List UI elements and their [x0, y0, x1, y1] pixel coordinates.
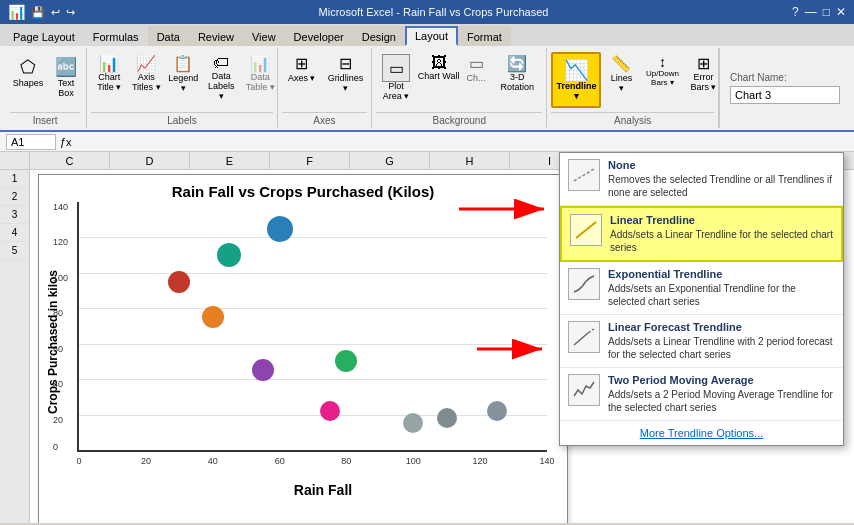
tab-page-layout[interactable]: Page Layout — [4, 26, 84, 46]
ribbon-group-labels: 📊 ChartTitle ▾ 📈 AxisTitles ▾ 📋 Legend ▾… — [87, 48, 277, 128]
linear-title: Linear Trendline — [610, 214, 833, 226]
moving-average-desc: Adds/sets a 2 Period Moving Average Tren… — [608, 388, 835, 414]
y-tick-0: 0 — [53, 442, 58, 452]
maximize-icon[interactable]: □ — [823, 5, 830, 19]
data-point-4 — [252, 359, 274, 381]
tab-format[interactable]: Format — [458, 26, 511, 46]
quick-save-icon[interactable]: 💾 — [31, 6, 45, 19]
trendline-button[interactable]: 📉 Trendline▾ — [551, 52, 601, 108]
linear-forecast-desc: Adds/sets a Linear Trendline with 2 peri… — [608, 335, 835, 361]
quick-undo-icon[interactable]: ↩ — [51, 6, 60, 19]
shapes-button[interactable]: ⬠ Shapes — [10, 54, 46, 90]
lines-button[interactable]: 📏 Lines ▾ — [603, 52, 639, 95]
cell-ref-box[interactable]: A1 — [6, 134, 56, 150]
error-bars-button[interactable]: ⊞ ErrorBars ▾ — [685, 52, 721, 95]
exponential-title: Exponential Trendline — [608, 268, 835, 280]
tab-data[interactable]: Data — [148, 26, 189, 46]
x-tick-80: 80 — [341, 456, 351, 466]
chart-title-button[interactable]: 📊 ChartTitle ▾ — [91, 52, 127, 95]
linear-icon — [570, 214, 602, 246]
moving-average-icon — [568, 374, 600, 406]
chart-name-input[interactable] — [730, 86, 840, 104]
chart-name-label: Chart Name: — [730, 72, 840, 83]
minimize-icon[interactable]: — — [805, 5, 817, 19]
trendline-option-linear[interactable]: Linear Trendline Adds/sets a Linear Tren… — [560, 206, 843, 262]
tab-layout[interactable]: Layout — [405, 26, 458, 46]
up-down-bars-button[interactable]: ↕ Up/DownBars ▾ — [641, 52, 683, 90]
none-title: None — [608, 159, 835, 171]
data-point-7 — [335, 350, 357, 372]
col-header-e: E — [190, 152, 270, 169]
exponential-icon — [568, 268, 600, 300]
exponential-desc: Adds/sets an Exponential Trendline for t… — [608, 282, 835, 308]
col-header-g: G — [350, 152, 430, 169]
trendline-option-exponential[interactable]: Exponential Trendline Adds/sets an Expon… — [560, 262, 843, 315]
more-options-link[interactable]: More Trendline Options... — [640, 427, 764, 439]
arrow-to-dropdown — [472, 334, 552, 366]
y-tick-100: 100 — [53, 273, 68, 283]
data-point-2 — [202, 306, 224, 328]
y-tick-40: 40 — [53, 379, 63, 389]
y-tick-80: 80 — [53, 308, 63, 318]
formula-input[interactable] — [76, 136, 848, 148]
axes-button[interactable]: ⊞ Axes ▾ — [282, 52, 322, 85]
x-tick-120: 120 — [473, 456, 488, 466]
linear-forecast-title: Linear Forecast Trendline — [608, 321, 835, 333]
trendline-option-linear-forecast[interactable]: Linear Forecast Trendline Adds/sets a Li… — [560, 315, 843, 368]
plot-area-button[interactable]: ▭ PlotArea ▾ — [376, 52, 416, 104]
3d-rotation-button[interactable]: 🔄 3-D Rotation — [492, 52, 542, 95]
ribbon-group-background: ▭ PlotArea ▾ 🖼 Chart Wall ▭ Ch... 🔄 3-D … — [372, 48, 547, 128]
svg-line-6 — [574, 333, 588, 345]
col-header-f: F — [270, 152, 350, 169]
svg-line-4 — [574, 169, 594, 181]
y-tick-140: 140 — [53, 202, 68, 212]
tab-view[interactable]: View — [243, 26, 285, 46]
trendline-option-moving-average[interactable]: Two Period Moving Average Adds/sets a 2 … — [560, 368, 843, 421]
row-numbers: 1 2 3 4 5 — [0, 152, 30, 523]
ribbon: ⬠ Shapes 🔤 TextBox Insert 📊 ChartTitle ▾… — [0, 46, 854, 132]
row-num-5: 5 — [0, 242, 29, 260]
data-point-5 — [267, 216, 293, 242]
row-num-3: 3 — [0, 206, 29, 224]
linear-desc: Adds/sets a Linear Trendline for the sel… — [610, 228, 833, 254]
ribbon-group-analysis: 📉 Trendline▾ 📏 Lines ▾ ↕ Up/DownBars ▾ ⊞… — [547, 48, 719, 128]
help-icon[interactable]: ? — [792, 5, 799, 19]
window-title: Microsoft Excel - Rain Fall vs Crops Pur… — [319, 6, 549, 18]
chart-wall-button[interactable]: 🖼 Chart Wall — [417, 52, 460, 84]
insert-label: Insert — [10, 112, 80, 126]
more-trendline-options[interactable]: More Trendline Options... — [560, 421, 843, 445]
close-icon[interactable]: ✕ — [836, 5, 846, 19]
data-table-button[interactable]: 📊 DataTable ▾ — [241, 52, 279, 95]
text-box-button[interactable]: 🔤 TextBox — [48, 54, 84, 100]
gridlines-button[interactable]: ⊟ Gridlines ▾ — [324, 52, 367, 95]
row-num-1: 1 — [0, 170, 29, 188]
formula-expand-icon[interactable]: ƒx — [60, 136, 72, 148]
x-tick-0: 0 — [76, 456, 81, 466]
x-tick-40: 40 — [208, 456, 218, 466]
data-point-3 — [217, 243, 241, 267]
none-icon — [568, 159, 600, 191]
quick-redo-icon[interactable]: ↪ — [66, 6, 75, 19]
tab-review[interactable]: Review — [189, 26, 243, 46]
legend-button[interactable]: 📋 Legend ▾ — [165, 52, 201, 95]
trendline-dropdown: None Removes the selected Trendline or a… — [559, 152, 844, 446]
chart-floor-button[interactable]: ▭ Ch... — [461, 52, 491, 85]
y-tick-120: 120 — [53, 237, 68, 247]
excel-icon: 📊 — [8, 4, 25, 20]
row-num-2: 2 — [0, 188, 29, 206]
svg-line-7 — [588, 329, 594, 333]
axis-titles-button[interactable]: 📈 AxisTitles ▾ — [128, 52, 164, 95]
tab-developer[interactable]: Developer — [285, 26, 353, 46]
tab-formulas[interactable]: Formulas — [84, 26, 148, 46]
trendline-option-none[interactable]: None Removes the selected Trendline or a… — [560, 153, 843, 206]
labels-group-label: Labels — [91, 112, 272, 126]
tab-design[interactable]: Design — [353, 26, 405, 46]
ribbon-group-axes: ⊞ Axes ▾ ⊟ Gridlines ▾ Axes — [278, 48, 372, 128]
data-point-9 — [437, 408, 457, 428]
ribbon-group-insert: ⬠ Shapes 🔤 TextBox Insert — [4, 48, 87, 128]
x-tick-140: 140 — [539, 456, 554, 466]
data-labels-button[interactable]: 🏷 DataLabels ▾ — [202, 52, 240, 104]
none-desc: Removes the selected Trendline or all Tr… — [608, 173, 835, 199]
formula-bar: A1 ƒx — [0, 132, 854, 152]
spreadsheet-area: A1 ƒx 1 2 3 4 5 C D E F G H I — [0, 132, 854, 523]
